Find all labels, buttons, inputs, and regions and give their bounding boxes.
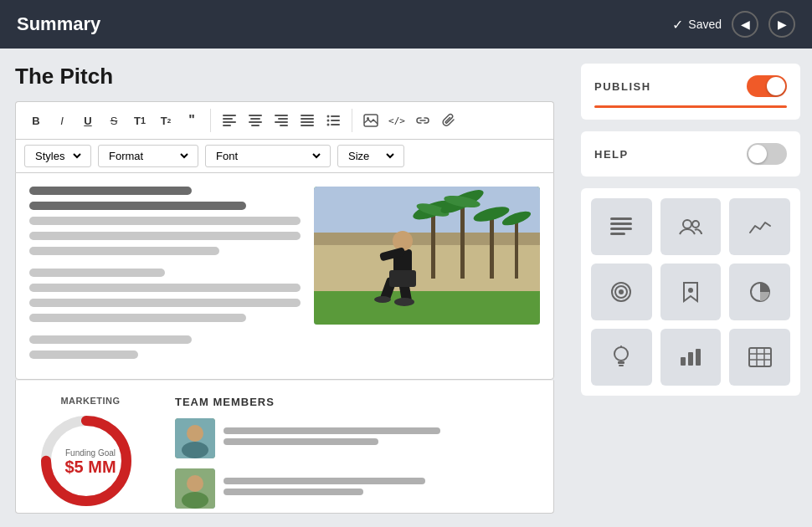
align-right-button[interactable] [270, 109, 293, 132]
align-group [218, 109, 352, 132]
page-title: The Pitch [15, 64, 554, 90]
strikethrough-button[interactable]: S [102, 109, 126, 132]
member-role-line-2 [224, 489, 363, 495]
format-dropdown[interactable]: Format [105, 149, 191, 163]
svg-rect-56 [610, 228, 632, 230]
svg-point-62 [619, 289, 624, 294]
widget-table[interactable] [729, 329, 790, 386]
svg-rect-17 [331, 115, 340, 117]
underline-button[interactable]: U [76, 109, 100, 132]
team-member-2 [175, 468, 533, 509]
svg-point-18 [327, 120, 330, 122]
widget-team[interactable] [660, 198, 722, 255]
member-role-line-1 [224, 438, 378, 445]
font-select[interactable]: Font [205, 145, 331, 167]
svg-rect-1 [223, 118, 233, 120]
svg-rect-71 [696, 349, 701, 366]
member-name-line-1 [224, 427, 440, 434]
svg-point-39 [393, 231, 413, 251]
publish-row: PUBLISH [594, 75, 787, 97]
publish-card: PUBLISH [581, 64, 800, 120]
font-dropdown[interactable]: Font [213, 149, 323, 163]
widget-target[interactable] [591, 264, 652, 320]
size-dropdown[interactable]: Size [345, 149, 397, 163]
marketing-chart: Marketing Funding Goal $5 MM [29, 389, 152, 504]
member-info-2 [224, 478, 533, 499]
italic-button[interactable]: I [50, 109, 74, 132]
nav-next-button[interactable]: ▶ [768, 11, 795, 38]
text-line-3 [29, 217, 301, 225]
code-button[interactable]: </> [385, 109, 409, 132]
svg-rect-26 [314, 233, 540, 245]
header-right: ✓ Saved ◀ ▶ [672, 11, 795, 38]
saved-badge: ✓ Saved [672, 17, 722, 33]
svg-rect-37 [314, 291, 540, 325]
align-left-button[interactable] [218, 109, 241, 132]
widget-text[interactable] [591, 198, 652, 255]
svg-rect-4 [249, 115, 262, 116]
quote-button[interactable]: " [180, 109, 203, 132]
help-label: HELP [594, 148, 629, 161]
svg-rect-14 [301, 121, 314, 123]
svg-point-50 [182, 442, 208, 458]
format-select[interactable]: Format [98, 145, 198, 167]
svg-rect-9 [278, 118, 288, 120]
svg-rect-66 [618, 361, 624, 364]
align-center-button[interactable] [244, 109, 267, 132]
funding-value: $5 MM [64, 458, 116, 477]
bottom-content-row: Marketing Funding Goal $5 MM TEA [15, 380, 554, 514]
app-title: Summary [17, 13, 100, 35]
svg-rect-30 [515, 220, 518, 279]
bold-button[interactable]: B [24, 109, 48, 132]
donut-chart: Funding Goal $5 MM [36, 411, 145, 514]
nav-prev-button[interactable]: ◀ [732, 11, 758, 38]
svg-rect-29 [490, 216, 494, 279]
widget-trend[interactable] [729, 198, 790, 255]
styles-dropdown[interactable]: Styles [32, 149, 84, 163]
link-button[interactable] [411, 109, 434, 132]
help-toggle[interactable] [747, 143, 787, 165]
text-line-1 [29, 187, 192, 195]
svg-rect-15 [301, 125, 314, 126]
svg-rect-0 [223, 115, 236, 116]
text-line-4 [29, 232, 301, 240]
svg-rect-69 [681, 357, 686, 366]
publish-toggle[interactable] [747, 75, 787, 97]
svg-point-65 [614, 347, 628, 361]
widget-grid [581, 188, 800, 396]
member-name-line-2 [224, 478, 425, 484]
text-line-10 [29, 335, 192, 344]
insert-group: </> [359, 109, 467, 132]
svg-point-45 [374, 296, 391, 303]
superscript-button[interactable]: T2 [154, 109, 177, 132]
svg-rect-42 [389, 270, 416, 287]
text-content [29, 187, 301, 366]
main-layout: The Pitch B I U S T1 T2 " [0, 49, 812, 527]
widget-pie[interactable] [729, 264, 790, 320]
subscript-button[interactable]: T1 [128, 109, 152, 132]
chart-label: Marketing [60, 396, 120, 406]
widget-bookmark[interactable] [660, 264, 722, 320]
svg-rect-10 [275, 121, 288, 123]
align-justify-button[interactable] [296, 109, 319, 132]
attachment-button[interactable] [437, 109, 460, 132]
widget-lightbulb[interactable] [591, 329, 652, 386]
text-line-6 [29, 269, 165, 277]
svg-point-44 [394, 298, 414, 306]
text-line-7 [29, 284, 301, 292]
svg-rect-19 [331, 120, 340, 121]
saved-label: Saved [688, 18, 722, 31]
svg-point-49 [187, 425, 203, 442]
size-select[interactable]: Size [337, 145, 404, 167]
content-image [314, 187, 540, 325]
widget-bar-chart[interactable] [660, 329, 722, 386]
help-card: HELP [581, 131, 800, 177]
styles-select[interactable]: Styles [24, 145, 91, 167]
editor-content[interactable] [15, 172, 554, 380]
editor-panel: The Pitch B I U S T1 T2 " [0, 49, 569, 527]
image-button[interactable] [359, 109, 383, 132]
publish-knob [767, 77, 785, 95]
svg-point-59 [692, 221, 699, 228]
svg-point-20 [327, 124, 330, 126]
list-button[interactable] [321, 109, 345, 132]
